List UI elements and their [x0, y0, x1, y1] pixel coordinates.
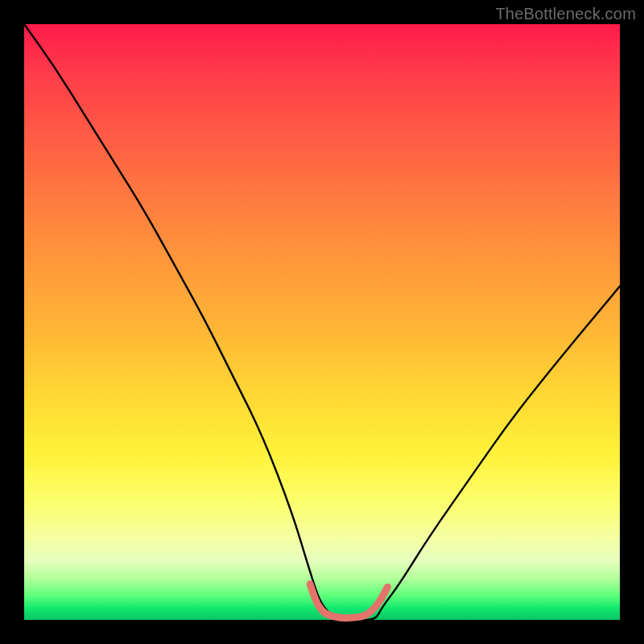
chart-frame: TheBottleneck.com: [0, 0, 644, 644]
curve-layer: [24, 24, 620, 620]
bottleneck-curve: [24, 24, 620, 620]
watermark-text: TheBottleneck.com: [495, 5, 636, 23]
plot-area: [24, 24, 620, 620]
valley-highlight: [310, 584, 387, 618]
